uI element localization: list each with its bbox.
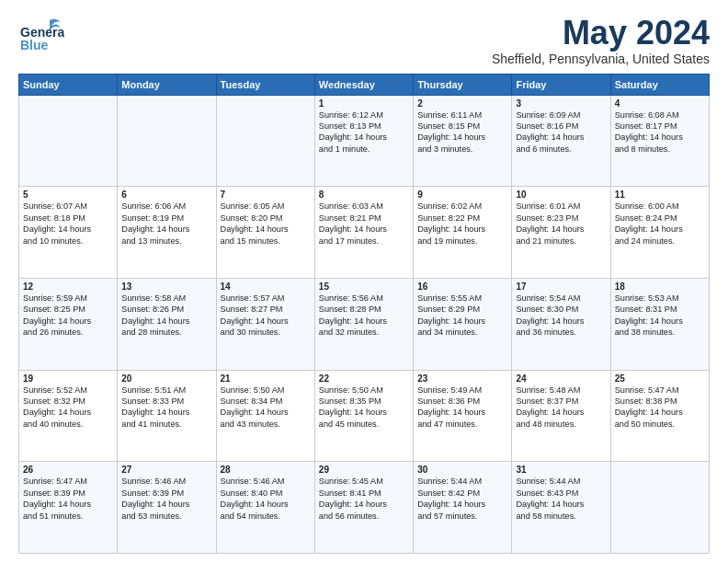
day-info-line: Daylight: 14 hours (417, 407, 507, 418)
day-info: Sunrise: 6:08 AMSunset: 8:17 PMDaylight:… (615, 109, 705, 155)
day-info-line: Daylight: 14 hours (319, 407, 409, 418)
col-thursday: Thursday (414, 74, 512, 95)
calendar-cell (216, 95, 314, 187)
calendar-cell: 3Sunrise: 6:09 AMSunset: 8:16 PMDaylight… (512, 95, 610, 187)
day-info-line: Daylight: 14 hours (121, 407, 211, 418)
day-info-line: Sunrise: 6:02 AM (417, 201, 507, 212)
day-info-line: Sunrise: 5:51 AM (121, 385, 211, 396)
day-number: 9 (417, 190, 507, 200)
day-info: Sunrise: 5:49 AMSunset: 8:36 PMDaylight:… (417, 385, 507, 431)
calendar-cell: 6Sunrise: 6:06 AMSunset: 8:19 PMDaylight… (118, 187, 216, 279)
logo: GeneralBlue (18, 15, 64, 52)
day-info: Sunrise: 6:12 AMSunset: 8:13 PMDaylight:… (319, 109, 409, 155)
col-monday: Monday (118, 74, 216, 95)
day-info: Sunrise: 6:11 AMSunset: 8:15 PMDaylight:… (417, 109, 507, 155)
day-info-line: Daylight: 14 hours (221, 499, 311, 510)
day-info-line: Sunset: 8:38 PM (615, 396, 705, 407)
day-number: 5 (23, 190, 113, 200)
day-info: Sunrise: 5:56 AMSunset: 8:28 PMDaylight:… (319, 293, 409, 339)
day-info-line: and 45 minutes. (319, 419, 409, 430)
day-info-line: Daylight: 14 hours (121, 499, 211, 510)
day-info-line: Sunrise: 5:57 AM (221, 293, 311, 304)
day-number: 14 (221, 282, 311, 292)
calendar-cell: 9Sunrise: 6:02 AMSunset: 8:22 PMDaylight… (414, 187, 512, 279)
day-info-line: Sunrise: 5:46 AM (221, 476, 311, 487)
day-info-line: Sunrise: 5:46 AM (121, 476, 211, 487)
day-info: Sunrise: 5:46 AMSunset: 8:40 PMDaylight:… (221, 476, 311, 522)
day-info-line: Sunset: 8:27 PM (221, 304, 311, 315)
day-info-line: Sunrise: 5:45 AM (319, 476, 409, 487)
day-info-line: Sunrise: 6:01 AM (516, 201, 606, 212)
day-info: Sunrise: 5:44 AMSunset: 8:43 PMDaylight:… (516, 476, 606, 522)
day-info: Sunrise: 5:55 AMSunset: 8:29 PMDaylight:… (417, 293, 507, 339)
day-info-line: Daylight: 14 hours (221, 407, 311, 418)
day-info-line: Sunset: 8:22 PM (417, 213, 507, 224)
day-info-line: and 1 minute. (319, 144, 409, 155)
day-info-line: and 53 minutes. (121, 511, 211, 522)
day-info-line: Sunset: 8:21 PM (319, 213, 409, 224)
calendar-cell: 1Sunrise: 6:12 AMSunset: 8:13 PMDaylight… (314, 95, 413, 187)
day-info-line: Daylight: 14 hours (516, 132, 606, 143)
day-number: 7 (221, 190, 311, 200)
day-info-line: and 40 minutes. (23, 419, 113, 430)
day-info-line: Daylight: 14 hours (417, 499, 507, 510)
day-info-line: Sunrise: 6:08 AM (615, 109, 705, 121)
day-number: 10 (516, 190, 606, 200)
day-number: 27 (121, 465, 211, 475)
day-info-line: Sunset: 8:30 PM (516, 304, 606, 315)
day-info-line: and 36 minutes. (516, 327, 606, 338)
day-info-line: Sunrise: 5:50 AM (319, 385, 409, 396)
day-number: 30 (417, 465, 507, 475)
day-info-line: Daylight: 14 hours (319, 499, 409, 510)
day-info-line: Daylight: 14 hours (516, 499, 606, 510)
day-info-line: Sunrise: 5:47 AM (615, 385, 705, 396)
day-info-line: and 50 minutes. (615, 419, 705, 430)
day-info-line: Daylight: 14 hours (516, 316, 606, 327)
day-info: Sunrise: 6:05 AMSunset: 8:20 PMDaylight:… (221, 201, 311, 247)
day-info: Sunrise: 5:44 AMSunset: 8:42 PMDaylight:… (417, 476, 507, 522)
day-info-line: and 54 minutes. (221, 511, 311, 522)
day-info-line: Sunset: 8:31 PM (615, 304, 705, 315)
day-number: 25 (615, 373, 705, 384)
day-info-line: Daylight: 14 hours (516, 407, 606, 418)
day-info-line: Daylight: 14 hours (319, 132, 409, 143)
calendar-cell: 17Sunrise: 5:54 AMSunset: 8:30 PMDayligh… (512, 278, 610, 370)
calendar-cell: 7Sunrise: 6:05 AMSunset: 8:20 PMDaylight… (216, 187, 314, 279)
calendar-cell: 14Sunrise: 5:57 AMSunset: 8:27 PMDayligh… (216, 278, 314, 370)
calendar-week-4: 19Sunrise: 5:52 AMSunset: 8:32 PMDayligh… (19, 370, 710, 462)
day-info-line: and 3 minutes. (417, 144, 507, 155)
day-info-line: Sunrise: 5:47 AM (23, 476, 113, 487)
calendar-cell: 23Sunrise: 5:49 AMSunset: 8:36 PMDayligh… (414, 370, 512, 462)
calendar-cell: 15Sunrise: 5:56 AMSunset: 8:28 PMDayligh… (314, 278, 413, 370)
day-info-line: Sunset: 8:18 PM (23, 213, 113, 224)
calendar-cell: 31Sunrise: 5:44 AMSunset: 8:43 PMDayligh… (512, 462, 610, 554)
day-info-line: Sunset: 8:15 PM (417, 121, 507, 132)
day-number: 18 (615, 282, 705, 292)
day-info-line: Sunset: 8:13 PM (319, 121, 409, 132)
day-info-line: Sunset: 8:33 PM (121, 396, 211, 407)
calendar-cell: 4Sunrise: 6:08 AMSunset: 8:17 PMDaylight… (610, 95, 709, 187)
calendar-week-1: 1Sunrise: 6:12 AMSunset: 8:13 PMDaylight… (19, 95, 710, 187)
col-wednesday: Wednesday (314, 74, 413, 95)
day-info-line: Sunrise: 6:12 AM (319, 109, 409, 121)
day-info-line: Sunrise: 5:44 AM (417, 476, 507, 487)
day-info: Sunrise: 5:53 AMSunset: 8:31 PMDaylight:… (615, 293, 705, 339)
calendar-week-5: 26Sunrise: 5:47 AMSunset: 8:39 PMDayligh… (19, 462, 710, 554)
day-number: 4 (615, 98, 705, 109)
day-info-line: and 8 minutes. (615, 144, 705, 155)
day-info-line: and 26 minutes. (23, 327, 113, 338)
calendar-cell: 21Sunrise: 5:50 AMSunset: 8:34 PMDayligh… (216, 370, 314, 462)
day-info-line: and 48 minutes. (516, 419, 606, 430)
day-info-line: Daylight: 14 hours (121, 316, 211, 327)
calendar-cell: 18Sunrise: 5:53 AMSunset: 8:31 PMDayligh… (610, 278, 709, 370)
day-info: Sunrise: 6:06 AMSunset: 8:19 PMDaylight:… (121, 201, 211, 247)
day-info-line: Daylight: 14 hours (23, 407, 113, 418)
day-info-line: Sunset: 8:17 PM (615, 121, 705, 132)
calendar-cell: 22Sunrise: 5:50 AMSunset: 8:35 PMDayligh… (314, 370, 413, 462)
calendar-table: Sunday Monday Tuesday Wednesday Thursday… (18, 74, 710, 554)
header: GeneralBlue May 2024 Sheffield, Pennsylv… (18, 15, 710, 66)
calendar-cell: 28Sunrise: 5:46 AMSunset: 8:40 PMDayligh… (216, 462, 314, 554)
day-info-line: and 47 minutes. (417, 419, 507, 430)
day-info-line: Daylight: 14 hours (417, 316, 507, 327)
day-info-line: Sunrise: 5:50 AM (221, 385, 311, 396)
